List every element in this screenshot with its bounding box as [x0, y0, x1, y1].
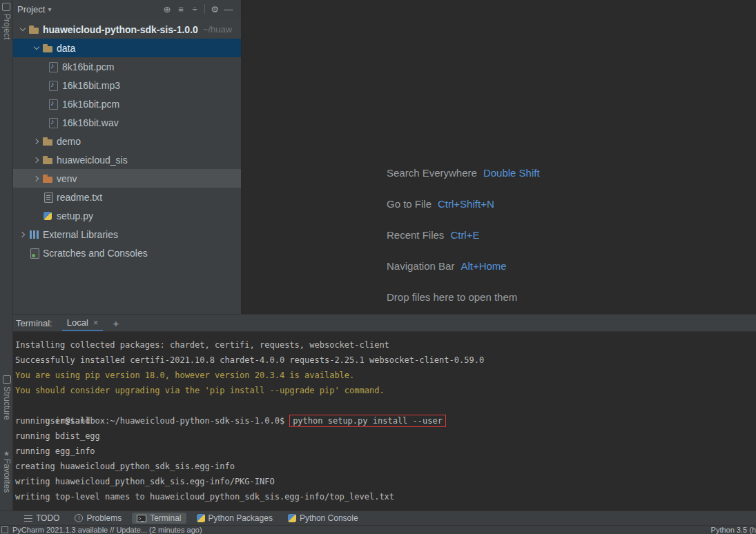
terminal-output[interactable]: Installing collected packages: chardet, …	[13, 332, 756, 504]
tree-item-data[interactable]: data	[13, 39, 241, 57]
tree-item-label: 16k16bit.mp3	[62, 80, 120, 91]
chevron-down-icon[interactable]	[17, 24, 28, 35]
terminal-warning-line: You should consider upgrading via the 'p…	[15, 383, 756, 398]
project-panel: Project ▾ ⊕ ≡ ÷ ⚙ — huaweicloud-python-s…	[13, 0, 242, 314]
terminal-header: Terminal: Local × +	[13, 314, 756, 332]
tree-item-16k16bit-mp3[interactable]: 16k16bit.mp3	[13, 76, 241, 95]
close-icon[interactable]: ×	[93, 317, 99, 328]
structure-icon[interactable]	[3, 375, 11, 384]
project-header-title[interactable]: Project	[17, 4, 45, 14]
terminal-line: writing top-level names to huaweicloud_p…	[15, 489, 756, 504]
chevron-right-icon[interactable]	[31, 155, 42, 166]
shortcut-recent-files: Recent Files Ctrl+E	[387, 219, 540, 250]
tree-item-label: demo	[57, 136, 81, 147]
hide-panel-icon[interactable]: —	[222, 4, 235, 14]
toolwindow-problems[interactable]: ! Problems	[70, 513, 126, 524]
stripe-toggle-icon[interactable]	[1, 526, 8, 533]
todo-icon	[24, 515, 32, 522]
chevron-right-icon[interactable]	[17, 229, 28, 240]
toolwindow-todo[interactable]: TODO	[19, 513, 64, 524]
left-tool-stripe: Project Structure ★ Favorites	[0, 0, 13, 511]
stripe-label-structure[interactable]: Structure	[1, 386, 12, 420]
tree-item-readme-txt[interactable]: readme.txt	[13, 188, 241, 206]
collapse-all-icon[interactable]: ÷	[188, 4, 202, 14]
toolwindow-terminal[interactable]: >_ Terminal	[132, 513, 186, 524]
tree-item-demo[interactable]: demo	[13, 132, 241, 150]
tree-item-label: 16k16bit.pcm	[62, 99, 119, 110]
tree-item-scratches-and-consoles[interactable]: Scratches and Consoles	[13, 244, 241, 262]
tree-item-label: huaweicloud_sis	[57, 155, 128, 166]
shortcut-navigation-bar: Navigation Bar Alt+Home	[387, 250, 540, 281]
tree-item-external-libraries[interactable]: External Libraries	[13, 225, 241, 244]
tree-item-setup-py[interactable]: setup.py	[13, 206, 241, 225]
terminal-line: creating huaweicloud_python_sdk_sis.egg-…	[15, 459, 756, 474]
python-console-icon	[288, 514, 296, 522]
terminal-line: writing huaweicloud_python_sdk_sis.egg-i…	[15, 474, 756, 489]
tree-item-venv[interactable]: venv	[13, 169, 241, 188]
tree-item-16k16bit-wav[interactable]: 16k16bit.wav	[13, 113, 241, 132]
audio-file-icon	[48, 99, 60, 110]
shortcut-keys: Ctrl+E	[450, 229, 479, 241]
shortcut-label: Recent Files	[387, 229, 444, 241]
shortcut-keys: Double Shift	[483, 167, 540, 179]
project-stripe-icon[interactable]	[2, 3, 10, 11]
excluded-folder-icon	[42, 173, 55, 184]
tree-item-label: setup.py	[57, 210, 93, 221]
terminal-panel: Terminal: Local × + Installing collected…	[13, 314, 756, 511]
chevron-spacer	[31, 192, 42, 203]
terminal-warning-line: You are using pip version 18.0, however …	[15, 368, 756, 383]
terminal-line: Successfully installed certifi-2021.10.8…	[15, 353, 756, 368]
highlighted-command: python setup.py install --user	[289, 415, 446, 427]
chevron-right-icon[interactable]	[31, 136, 42, 147]
tree-item-label: Scratches and Consoles	[43, 248, 148, 259]
terminal-tab-label: Local	[67, 317, 88, 328]
tree-item-project-root[interactable]: huaweicloud-python-sdk-sis-1.0.0 ~/huaw	[13, 20, 241, 39]
tree-item-8k16bit-pcm[interactable]: 8k16bit.pcm	[13, 57, 241, 76]
shortcut-label: Go to File	[387, 198, 432, 210]
stripe-label-project[interactable]: Project	[1, 14, 12, 39]
chevron-right-icon[interactable]	[31, 173, 42, 184]
toolbar-divider	[204, 4, 205, 14]
toolwindow-python-packages[interactable]: Python Packages	[192, 513, 278, 524]
terminal-icon: >_	[137, 515, 146, 522]
python-packages-icon	[197, 514, 205, 522]
gear-icon[interactable]: ⚙	[208, 4, 222, 14]
audio-file-icon	[48, 117, 60, 128]
tree-item-label: readme.txt	[57, 192, 102, 203]
terminal-line: Installing collected packages: chardet, …	[15, 337, 756, 353]
problems-icon: !	[75, 514, 83, 522]
favorites-star-icon[interactable]: ★	[0, 450, 13, 457]
tree-item-label: data	[57, 43, 75, 54]
shortcut-keys: Alt+Home	[461, 260, 506, 272]
new-terminal-icon[interactable]: +	[113, 315, 119, 331]
chevron-down-icon[interactable]: ▾	[48, 6, 51, 13]
editor-empty-area: Search Everywhere Double Shift Go to Fil…	[242, 0, 756, 314]
tree-item-huaweicloud-sis[interactable]: huaweicloud_sis	[13, 150, 241, 169]
status-bar: PyCharm 2021.1.3 available // Update... …	[0, 525, 756, 534]
toolwindow-label: Python Console	[300, 513, 358, 523]
status-update-message[interactable]: PyCharm 2021.1.3 available // Update... …	[12, 526, 202, 534]
shortcut-label: Drop files here to open them	[387, 291, 517, 303]
shortcut-search-everywhere: Search Everywhere Double Shift	[387, 157, 540, 188]
chevron-down-icon[interactable]	[31, 43, 42, 54]
expand-all-icon[interactable]: ≡	[174, 4, 188, 14]
stripe-label-favorites[interactable]: Favorites	[1, 459, 12, 493]
shortcut-go-to-file: Go to File Ctrl+Shift+N	[387, 188, 540, 219]
terminal-tab-local[interactable]: Local ×	[62, 315, 104, 331]
project-panel-header: Project ▾ ⊕ ≡ ÷ ⚙ —	[13, 0, 241, 18]
shortcut-label: Navigation Bar	[387, 260, 454, 272]
terminal-title: Terminal:	[16, 315, 52, 331]
toolwindow-python-console[interactable]: Python Console	[283, 513, 363, 524]
tree-item-label: External Libraries	[43, 229, 118, 240]
project-tree: huaweicloud-python-sdk-sis-1.0.0 ~/huaw …	[13, 18, 241, 262]
status-interpreter[interactable]: Python 3.5 (h	[711, 526, 756, 534]
chevron-spacer	[31, 210, 42, 221]
shortcut-label: Search Everywhere	[387, 167, 477, 179]
select-opened-file-icon[interactable]: ⊕	[160, 4, 174, 14]
tree-item-label: huaweicloud-python-sdk-sis-1.0.0	[43, 24, 198, 35]
libraries-icon	[28, 229, 41, 240]
tree-item-label: 8k16bit.pcm	[62, 61, 114, 72]
shortcut-keys: Ctrl+Shift+N	[438, 198, 494, 210]
text-file-icon	[42, 192, 55, 203]
tree-item-16k16bit-pcm[interactable]: 16k16bit.pcm	[13, 95, 241, 113]
